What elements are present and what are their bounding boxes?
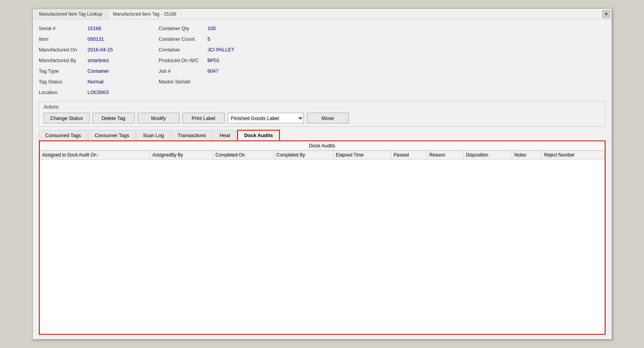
modify-button[interactable]: Modify: [138, 113, 180, 123]
close-button[interactable]: ✕: [602, 10, 610, 18]
field-tag-type: Tag Type Container: [39, 67, 113, 75]
tab-consumer-tags[interactable]: Consumer Tags: [88, 130, 136, 140]
tab-dock-audits[interactable]: Dock Audits: [237, 130, 279, 140]
main-content: Serial # 15166 Item 000131 Manufactured …: [33, 19, 612, 339]
label-container-count: Container Count: [159, 36, 204, 42]
label-container-qty: Container Qty: [159, 26, 204, 31]
field-manufactured-on: Manufactured On 2016-04-15: [39, 45, 113, 54]
value-job[interactable]: 6047: [207, 68, 218, 74]
field-container: Container JCI PALLET: [159, 45, 234, 54]
window-tab-lookup[interactable]: Manufactured Item Tag Lookup: [34, 10, 107, 19]
col-completed-on[interactable]: Completed On: [213, 151, 274, 160]
value-container[interactable]: JCI PALLET: [207, 47, 234, 53]
col-reject-number[interactable]: Reject Number: [542, 151, 604, 160]
col-passed[interactable]: Passed: [391, 151, 427, 160]
actions-buttons: Change Status Delete Tag Modify Print La…: [44, 113, 601, 123]
label-container: Container: [159, 47, 204, 53]
window-tab-strip: Manufactured Item Tag Lookup Manufacture…: [34, 10, 602, 19]
value-tag-type[interactable]: Container: [88, 68, 109, 74]
field-tag-status: Tag Status Normal: [39, 77, 113, 86]
label-serial: Serial #: [39, 26, 85, 31]
value-serial[interactable]: 15166: [88, 26, 101, 31]
tab-transactions[interactable]: Transactions: [171, 130, 212, 140]
label-manufactured-on: Manufactured On: [39, 47, 85, 53]
actions-label: Actions: [44, 104, 601, 110]
field-container-qty: Container Qty 100: [159, 24, 234, 32]
label-select-input[interactable]: Finished Goods Label Standard Label Cust…: [228, 114, 304, 122]
col-disposition[interactable]: Disposition: [464, 151, 512, 160]
label-location: Location: [39, 89, 85, 95]
field-manufactured-by: Manufactured By smartinez: [39, 56, 113, 64]
field-job: Job # 6047: [159, 67, 234, 75]
field-location: Location LOC0003: [39, 88, 113, 96]
tabs-row: Consumed Tags Consumer Tags Scan Log Tra…: [39, 130, 605, 140]
label-tag-type: Tag Type: [39, 68, 85, 74]
value-container-count[interactable]: 5: [207, 36, 210, 42]
value-manufactured-by[interactable]: smartinez: [88, 57, 109, 63]
tab-consumed-tags[interactable]: Consumed Tags: [39, 130, 88, 140]
col-reason[interactable]: Reason: [427, 151, 463, 160]
actions-section: Actions Change Status Delete Tag Modify …: [39, 101, 605, 127]
value-item[interactable]: 000131: [88, 36, 104, 42]
move-button[interactable]: Move: [307, 113, 349, 123]
field-serial: Serial # 15166: [39, 24, 113, 32]
field-item: Item 000131: [39, 35, 113, 43]
label-master-serial: Master Serial#: [159, 79, 204, 85]
col-completed-by[interactable]: Completed By: [274, 151, 333, 160]
dock-audits-title: Dock Audits: [40, 141, 605, 150]
delete-tag-button[interactable]: Delete Tag: [93, 113, 135, 123]
label-dropdown[interactable]: Finished Goods Label Standard Label Cust…: [228, 113, 304, 123]
fields-left: Serial # 15166 Item 000131 Manufactured …: [39, 24, 113, 96]
field-container-count: Container Count 5: [159, 35, 234, 43]
label-job: Job #: [159, 68, 204, 74]
value-location[interactable]: LOC0003: [88, 89, 109, 95]
fields-section: Serial # 15166 Item 000131 Manufactured …: [39, 24, 605, 96]
value-manufactured-on[interactable]: 2016-04-15: [88, 47, 113, 53]
dock-audits-content: Dock Audits Assigned to Dock Audit On ↑ …: [39, 140, 605, 335]
label-produced-on-wc: Produced On W/C: [159, 57, 204, 63]
title-bar: Manufactured Item Tag Lookup Manufacture…: [33, 9, 612, 19]
field-master-serial: Master Serial#: [159, 77, 234, 86]
col-assigned-on[interactable]: Assigned to Dock Audit On ↑: [40, 151, 150, 160]
col-elapsed-time[interactable]: Elapsed Time: [333, 151, 391, 160]
tab-scan-log[interactable]: Scan Log: [137, 130, 170, 140]
label-item: Item: [39, 36, 85, 42]
change-status-button[interactable]: Change Status: [44, 113, 90, 123]
window-tab-main[interactable]: Manufactured Item Tag - 15166: [108, 10, 181, 19]
value-produced-on-wc[interactable]: BP01: [207, 57, 220, 63]
col-assigned-by[interactable]: AssignedBy By: [150, 151, 213, 160]
col-notes[interactable]: Notes: [512, 151, 541, 160]
main-window: Manufactured Item Tag Lookup Manufacture…: [32, 8, 612, 340]
label-tag-status: Tag Status: [39, 79, 85, 85]
print-label-button[interactable]: Print Label: [183, 113, 225, 123]
fields-right: Container Qty 100 Container Count 5 Cont…: [159, 24, 234, 96]
value-tag-status[interactable]: Normal: [88, 79, 104, 85]
dock-audits-table: Assigned to Dock Audit On ↑ AssignedBy B…: [40, 150, 605, 160]
label-manufactured-by: Manufactured By: [39, 57, 85, 63]
tab-heat[interactable]: Heat: [213, 130, 236, 140]
value-container-qty[interactable]: 100: [207, 26, 216, 31]
field-produced-on-wc: Produced On W/C BP01: [159, 56, 234, 64]
sort-icon-assigned-on: ↑: [98, 153, 100, 157]
